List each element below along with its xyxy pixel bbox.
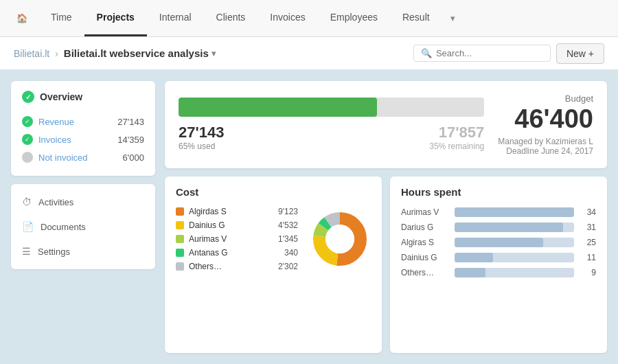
hours-bar-fill-2 bbox=[455, 238, 543, 247]
legend-dot-1 bbox=[176, 221, 184, 229]
new-button[interactable]: New + bbox=[556, 43, 604, 64]
sidebar: ✓ Overview ✓ Revenue 27'143 ✓ Invoices 1… bbox=[11, 81, 155, 353]
nav-item-time[interactable]: Time bbox=[38, 0, 84, 36]
invoices-value: 14'359 bbox=[117, 135, 144, 145]
budget-card: 27'143 65% used 17'857 35% remaining Bud… bbox=[165, 81, 607, 168]
legend-row-4: Others… 2'302 bbox=[176, 260, 298, 273]
progress-used: 27'143 65% used bbox=[179, 124, 224, 151]
legend-row-0: Algirdas S 9'123 bbox=[176, 205, 298, 218]
hours-bar-fill-1 bbox=[455, 223, 563, 232]
hours-bar-fill-3 bbox=[455, 253, 493, 262]
breadcrumb-parent[interactable]: Bilietai.lt bbox=[14, 48, 49, 59]
budget-info: Budget 46'400 Managed by Kazimieras L De… bbox=[498, 93, 593, 156]
legend-row-3: Antanas G 340 bbox=[176, 246, 298, 260]
clock-icon: ⏱ bbox=[22, 196, 32, 207]
hours-bar-bg-3 bbox=[455, 253, 574, 262]
notinvoiced-circle-icon bbox=[22, 152, 33, 163]
revenue-value: 27'143 bbox=[117, 117, 144, 127]
cost-content: Algirdas S 9'123 Dainius G 4'532 bbox=[176, 205, 371, 273]
hours-bar-fill-0 bbox=[455, 207, 574, 217]
sidebar-invoices-row: ✓ Invoices 14'359 bbox=[22, 130, 144, 148]
chevron-down-icon: ▾ bbox=[450, 13, 455, 23]
hours-title: Hours spent bbox=[401, 186, 596, 198]
legend-dot-2 bbox=[176, 235, 184, 243]
nav-item-result[interactable]: Result bbox=[390, 0, 442, 36]
nav-item-employees[interactable]: Employees bbox=[318, 0, 390, 36]
hours-row-1: Darius G 31 bbox=[401, 220, 596, 235]
document-icon: 📄 bbox=[22, 221, 34, 232]
overview-check-icon: ✓ bbox=[22, 91, 34, 103]
hours-bar-fill-4 bbox=[455, 268, 485, 277]
cost-title: Cost bbox=[176, 186, 371, 198]
invoices-label[interactable]: ✓ Invoices bbox=[22, 134, 71, 145]
breadcrumb-separator: › bbox=[55, 48, 58, 59]
search-icon: 🔍 bbox=[421, 48, 432, 58]
overview-card: ✓ Overview ✓ Revenue 27'143 ✓ Invoices 1… bbox=[11, 81, 155, 176]
sidebar-revenue-row: ✓ Revenue 27'143 bbox=[22, 113, 144, 130]
legend-row-2: Aurimas V 1'345 bbox=[176, 232, 298, 246]
notinvoiced-label[interactable]: Not invoiced bbox=[22, 152, 88, 163]
main-panel: 27'143 65% used 17'857 35% remaining Bud… bbox=[165, 81, 607, 353]
legend-dot-3 bbox=[176, 249, 184, 257]
cost-card: Cost Algirdas S 9'123 bbox=[165, 177, 382, 353]
donut-chart bbox=[309, 208, 371, 270]
home-icon: 🏠 bbox=[16, 13, 27, 23]
hours-row-4: Others… 9 bbox=[401, 265, 596, 280]
nav-item-internal[interactable]: Internal bbox=[147, 0, 204, 36]
breadcrumb-arrow-icon[interactable]: ▾ bbox=[211, 49, 216, 58]
sidebar-item-documents[interactable]: 📄 Documents bbox=[11, 214, 155, 239]
cost-legend: Algirdas S 9'123 Dainius G 4'532 bbox=[176, 205, 298, 273]
breadcrumb-bar: Bilietai.lt › Bilietai.lt webservice ana… bbox=[0, 37, 618, 70]
hours-row-3: Dainius G 11 bbox=[401, 250, 596, 265]
sidebar-item-activities[interactable]: ⏱ Activities bbox=[11, 190, 155, 214]
hours-bar-bg-2 bbox=[455, 238, 574, 247]
home-nav-item[interactable]: 🏠 bbox=[5, 0, 38, 36]
progress-section: 27'143 65% used 17'857 35% remaining bbox=[179, 98, 484, 151]
progress-bar-fill bbox=[179, 98, 377, 117]
hours-bar-bg-0 bbox=[455, 207, 574, 217]
invoices-check-icon: ✓ bbox=[22, 134, 33, 145]
hours-rows: Aurimas V 34 Darius G 31 A bbox=[401, 205, 596, 280]
progress-remaining: 17'857 35% remaining bbox=[429, 124, 484, 151]
hours-bar-bg-1 bbox=[455, 223, 574, 232]
hours-card: Hours spent Aurimas V 34 Darius G bbox=[390, 177, 607, 353]
nav-item-clients[interactable]: Clients bbox=[204, 0, 258, 36]
sidebar-nav-card: ⏱ Activities 📄 Documents ☰ Settings bbox=[11, 184, 155, 269]
progress-bar-container bbox=[179, 98, 484, 117]
sidebar-notinvoiced-row: Not invoiced 6'000 bbox=[22, 148, 144, 166]
revenue-check-icon: ✓ bbox=[22, 116, 33, 127]
revenue-label[interactable]: ✓ Revenue bbox=[22, 116, 74, 127]
legend-dot-4 bbox=[176, 262, 184, 271]
hours-row-0: Aurimas V 34 bbox=[401, 205, 596, 220]
svg-point-5 bbox=[325, 225, 354, 253]
nav-item-invoices[interactable]: Invoices bbox=[258, 0, 317, 36]
search-input[interactable] bbox=[436, 48, 539, 58]
hours-bar-bg-4 bbox=[455, 268, 574, 277]
progress-labels: 27'143 65% used 17'857 35% remaining bbox=[179, 124, 484, 151]
sidebar-item-settings[interactable]: ☰ Settings bbox=[11, 239, 155, 264]
main-content: ✓ Overview ✓ Revenue 27'143 ✓ Invoices 1… bbox=[0, 70, 618, 364]
bottom-row: Cost Algirdas S 9'123 bbox=[165, 177, 607, 353]
settings-icon: ☰ bbox=[22, 246, 31, 257]
search-box: 🔍 bbox=[413, 45, 551, 62]
nav-dropdown[interactable]: ▾ bbox=[442, 0, 464, 36]
overview-title: ✓ Overview bbox=[22, 91, 144, 103]
hours-row-2: Algiras S 25 bbox=[401, 235, 596, 250]
notinvoiced-value: 6'000 bbox=[123, 152, 144, 163]
breadcrumb-current: Bilietai.lt webservice analysis ▾ bbox=[64, 47, 216, 59]
nav-item-projects[interactable]: Projects bbox=[84, 0, 147, 36]
legend-dot-0 bbox=[176, 207, 184, 216]
legend-row-1: Dainius G 4'532 bbox=[176, 218, 298, 232]
top-navigation: 🏠 Time Projects Internal Clients Invoice… bbox=[0, 0, 618, 37]
